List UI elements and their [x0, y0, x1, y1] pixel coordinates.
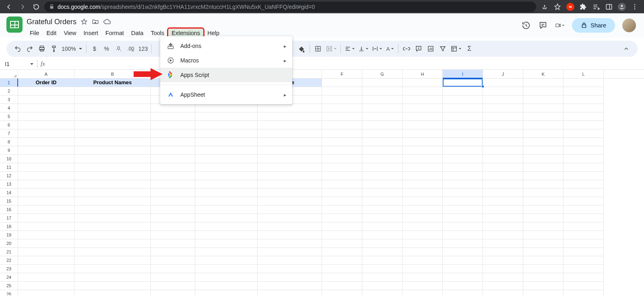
row-header[interactable]: 21 — [0, 248, 18, 256]
cell[interactable] — [74, 239, 151, 248]
cell[interactable] — [258, 155, 322, 163]
decrease-decimal-button[interactable]: .0↓ — [113, 43, 124, 54]
share-button[interactable]: Share — [572, 18, 615, 33]
cell[interactable] — [258, 104, 322, 112]
cell[interactable] — [443, 95, 483, 104]
row-header[interactable]: 15 — [0, 197, 18, 205]
cell[interactable] — [564, 231, 604, 239]
cell[interactable] — [362, 155, 402, 163]
cell[interactable] — [18, 273, 74, 282]
cell[interactable] — [483, 189, 523, 197]
cell[interactable] — [258, 214, 322, 222]
cell[interactable] — [523, 172, 564, 180]
cell[interactable] — [523, 79, 564, 87]
cell[interactable] — [195, 214, 258, 222]
panel-icon[interactable] — [605, 2, 613, 11]
cell[interactable] — [362, 265, 402, 273]
text-rotation-button[interactable]: A — [384, 43, 396, 54]
back-button[interactable] — [3, 1, 14, 12]
cell[interactable] — [402, 189, 443, 197]
cell[interactable] — [402, 248, 443, 256]
cell[interactable] — [195, 197, 258, 205]
cell[interactable] — [483, 163, 523, 172]
cell[interactable] — [195, 273, 258, 282]
cell[interactable] — [151, 248, 195, 256]
cell[interactable] — [564, 163, 604, 172]
cell[interactable] — [18, 138, 74, 146]
url-bar[interactable]: docs.google.com/spreadsheets/d/1w2nkfgBc… — [44, 2, 536, 12]
cell[interactable] — [362, 112, 402, 121]
cell[interactable] — [151, 290, 195, 295]
cell[interactable] — [483, 180, 523, 189]
filter-views-button[interactable] — [449, 43, 463, 54]
cell[interactable] — [322, 172, 362, 180]
menu-insert[interactable]: Insert — [80, 29, 101, 37]
star-icon[interactable] — [80, 18, 88, 25]
cell[interactable] — [151, 205, 195, 214]
cell[interactable] — [258, 189, 322, 197]
cell[interactable] — [523, 265, 564, 273]
cell[interactable] — [564, 79, 604, 87]
cell[interactable] — [74, 273, 151, 282]
cell[interactable] — [443, 290, 483, 295]
cell[interactable] — [18, 222, 74, 231]
cell[interactable] — [74, 180, 151, 189]
cell[interactable] — [322, 121, 362, 129]
cell[interactable] — [443, 214, 483, 222]
cell[interactable] — [195, 222, 258, 231]
row-header[interactable]: 20 — [0, 239, 18, 248]
cell[interactable] — [362, 282, 402, 290]
cell[interactable] — [402, 290, 443, 295]
cell[interactable] — [74, 231, 151, 239]
cell[interactable] — [564, 239, 604, 248]
cell[interactable] — [523, 163, 564, 172]
cell[interactable] — [18, 214, 74, 222]
cell[interactable]: Product Names — [74, 79, 151, 87]
paint-format-button[interactable] — [48, 43, 60, 54]
cell[interactable] — [523, 282, 564, 290]
cell[interactable] — [258, 248, 322, 256]
menu-view[interactable]: View — [60, 29, 79, 37]
cell[interactable] — [362, 104, 402, 112]
row-header[interactable]: 4 — [0, 104, 18, 112]
cell[interactable] — [74, 121, 151, 129]
cell[interactable] — [443, 180, 483, 189]
cell[interactable] — [18, 95, 74, 104]
cell[interactable] — [402, 104, 443, 112]
cell[interactable] — [195, 282, 258, 290]
doc-title[interactable]: Grateful Orders — [27, 18, 76, 26]
cell[interactable] — [258, 239, 322, 248]
menu-item-macros[interactable]: Macros▸ — [160, 53, 292, 68]
cell[interactable] — [322, 104, 362, 112]
cell[interactable] — [402, 95, 443, 104]
cell[interactable] — [483, 121, 523, 129]
cell[interactable] — [483, 155, 523, 163]
cell[interactable] — [74, 112, 151, 121]
cell[interactable] — [18, 112, 74, 121]
move-folder-icon[interactable] — [92, 18, 99, 25]
cell[interactable] — [564, 129, 604, 138]
cell[interactable] — [258, 273, 322, 282]
cell[interactable] — [18, 256, 74, 265]
cell[interactable] — [523, 231, 564, 239]
cell[interactable] — [258, 138, 322, 146]
column-header[interactable]: K — [523, 70, 564, 78]
cell[interactable] — [151, 146, 195, 155]
cell[interactable] — [443, 231, 483, 239]
cell[interactable] — [402, 138, 443, 146]
row-header[interactable]: 1 — [0, 79, 18, 87]
cell[interactable] — [362, 214, 402, 222]
cell[interactable] — [18, 146, 74, 155]
cell[interactable] — [322, 155, 362, 163]
cell[interactable] — [195, 146, 258, 155]
row-header[interactable]: 2 — [0, 87, 18, 95]
cell[interactable] — [443, 197, 483, 205]
cell[interactable] — [195, 138, 258, 146]
cell[interactable] — [523, 104, 564, 112]
menu-item-appsheet[interactable]: AppSheet▸ — [160, 87, 292, 102]
cell[interactable] — [151, 121, 195, 129]
cell[interactable] — [151, 180, 195, 189]
row-header[interactable]: 8 — [0, 138, 18, 146]
zoom-selector[interactable]: 100% — [60, 43, 84, 54]
cell[interactable] — [564, 214, 604, 222]
